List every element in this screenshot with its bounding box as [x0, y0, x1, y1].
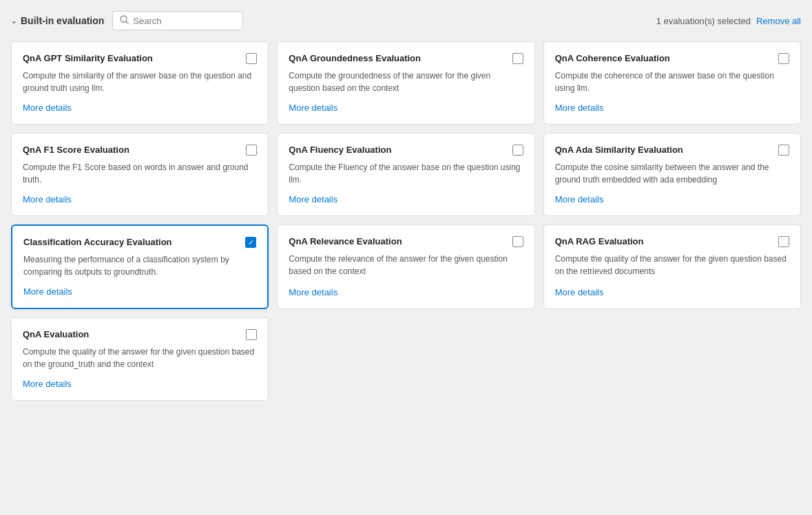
- remove-all-link[interactable]: Remove all: [756, 16, 801, 26]
- card-checkbox[interactable]: [512, 236, 523, 247]
- more-details-link[interactable]: More details: [23, 194, 257, 204]
- more-details-link[interactable]: More details: [23, 379, 257, 389]
- evaluation-card-qna-evaluation[interactable]: QnA Evaluation Compute the quality of th…: [11, 317, 269, 401]
- card-header: Classification Accuracy Evaluation ✓: [23, 237, 256, 248]
- more-details-link[interactable]: More details: [289, 194, 523, 204]
- page-container: ⌄ Built-in evaluation 1 evaluation(s) se…: [0, 0, 812, 423]
- card-description: Compute the quality of the answer for th…: [23, 346, 257, 370]
- evaluation-card-qna-coherence[interactable]: QnA Coherence Evaluation Compute the coh…: [543, 41, 801, 125]
- card-title: QnA Fluency Evaluation: [289, 145, 506, 155]
- card-checkbox[interactable]: [246, 145, 257, 156]
- card-checkbox[interactable]: [778, 236, 789, 247]
- header-right: 1 evaluation(s) selected Remove all: [656, 16, 801, 26]
- evaluation-card-qna-gpt-similarity[interactable]: QnA GPT Similarity Evaluation Compute th…: [11, 41, 269, 125]
- more-details-link[interactable]: More details: [289, 287, 523, 297]
- more-details-link[interactable]: More details: [555, 103, 789, 113]
- evaluation-card-classification-accuracy[interactable]: Classification Accuracy Evaluation ✓ Mea…: [11, 224, 269, 309]
- search-icon: [120, 15, 129, 26]
- card-description: Compute the groundedness of the answer f…: [289, 70, 523, 94]
- evaluation-card-qna-ada-similarity[interactable]: QnA Ada Similarity Evaluation Compute th…: [543, 133, 801, 216]
- section-title-text: Built-in evaluation: [21, 15, 104, 26]
- evaluation-card-qna-relevance[interactable]: QnA Relevance Evaluation Compute the rel…: [277, 224, 534, 309]
- header-row: ⌄ Built-in evaluation 1 evaluation(s) se…: [11, 11, 801, 30]
- card-title: QnA Groundedness Evaluation: [289, 53, 506, 63]
- more-details-link[interactable]: More details: [555, 287, 789, 297]
- card-checkbox[interactable]: [246, 53, 257, 64]
- card-checkbox[interactable]: ✓: [245, 237, 256, 248]
- evaluation-card-qna-fluency[interactable]: QnA Fluency Evaluation Compute the Fluen…: [277, 133, 534, 216]
- evaluation-card-qna-rag[interactable]: QnA RAG Evaluation Compute the quality o…: [543, 224, 801, 309]
- card-header: QnA RAG Evaluation: [555, 236, 789, 247]
- card-description: Compute the relevance of the answer for …: [289, 253, 523, 279]
- more-details-link[interactable]: More details: [555, 194, 789, 204]
- card-title: QnA Relevance Evaluation: [289, 236, 506, 246]
- card-header: QnA Ada Similarity Evaluation: [555, 145, 789, 156]
- card-title: QnA Evaluation: [23, 329, 240, 339]
- checkmark: ✓: [248, 239, 254, 246]
- card-description: Compute the Fluency of the answer base o…: [289, 161, 523, 186]
- card-checkbox[interactable]: [778, 145, 789, 156]
- card-checkbox[interactable]: [512, 145, 523, 156]
- selection-count: 1 evaluation(s) selected: [656, 16, 751, 26]
- search-box[interactable]: [112, 11, 243, 30]
- card-description: Compute the cosine similarity between th…: [555, 161, 789, 186]
- card-header: QnA F1 Score Evaluation: [23, 145, 257, 156]
- card-header: QnA Relevance Evaluation: [289, 236, 523, 247]
- section-title: ⌄ Built-in evaluation: [11, 15, 104, 26]
- card-header: QnA Fluency Evaluation: [289, 145, 523, 156]
- card-checkbox[interactable]: [246, 329, 257, 340]
- card-description: Compute the similarity of the answer bas…: [23, 70, 257, 94]
- search-input[interactable]: [133, 16, 236, 26]
- card-description: Compute the quality of the answer for th…: [555, 253, 789, 279]
- card-title: QnA Coherence Evaluation: [555, 53, 773, 63]
- card-header: QnA GPT Similarity Evaluation: [23, 53, 257, 64]
- card-checkbox[interactable]: [778, 53, 789, 64]
- more-details-link[interactable]: More details: [23, 103, 257, 113]
- card-title: QnA F1 Score Evaluation: [23, 145, 240, 155]
- evaluation-card-qna-f1-score[interactable]: QnA F1 Score Evaluation Compute the F1 S…: [11, 133, 269, 216]
- card-description: Compute the coherence of the answer base…: [555, 70, 789, 94]
- card-description: Compute the F1 Score based on words in a…: [23, 161, 257, 186]
- card-title: QnA GPT Similarity Evaluation: [23, 53, 240, 63]
- card-title: QnA Ada Similarity Evaluation: [555, 145, 773, 155]
- card-header: QnA Groundedness Evaluation: [289, 53, 523, 64]
- header-left: ⌄ Built-in evaluation: [11, 11, 243, 30]
- evaluation-grid: QnA GPT Similarity Evaluation Compute th…: [11, 41, 801, 401]
- chevron-down-icon: ⌄: [11, 17, 17, 25]
- card-header: QnA Coherence Evaluation: [555, 53, 789, 64]
- evaluation-card-qna-groundedness[interactable]: QnA Groundedness Evaluation Compute the …: [277, 41, 534, 125]
- more-details-link[interactable]: More details: [23, 286, 256, 297]
- card-description: Measuring the performance of a classific…: [23, 253, 256, 278]
- card-checkbox[interactable]: [512, 53, 523, 64]
- card-title: Classification Accuracy Evaluation: [23, 237, 240, 247]
- card-title: QnA RAG Evaluation: [555, 236, 773, 246]
- svg-line-1: [126, 21, 128, 23]
- more-details-link[interactable]: More details: [289, 103, 523, 113]
- card-header: QnA Evaluation: [23, 329, 257, 340]
